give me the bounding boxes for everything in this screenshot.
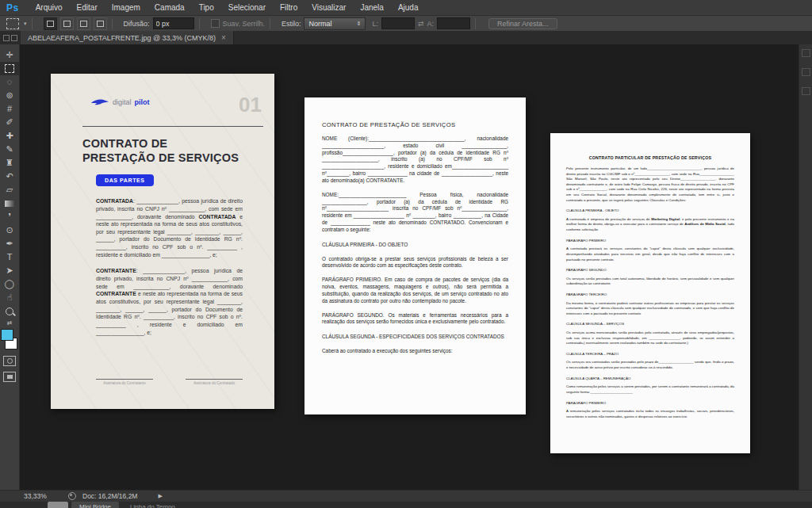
- move-tool[interactable]: ✛: [0, 48, 20, 62]
- clause-heading: CLÁUSULA SEGUNDA – SERVIÇOS: [566, 322, 734, 327]
- clause-heading: PARÁGRAFO SEGUNDO: [566, 268, 734, 273]
- path-selection-icon: ➤: [6, 266, 13, 275]
- refine-edge-button[interactable]: Refinar Aresta...: [488, 18, 557, 29]
- status-menu-arrow-icon[interactable]: ▶: [158, 493, 162, 499]
- screen-mode-button[interactable]: [3, 372, 16, 382]
- eraser-tool[interactable]: ▱: [0, 183, 20, 197]
- quick-selection-tool[interactable]: ⊚: [0, 89, 20, 102]
- signature-contratante: Assinatura do Contratante: [96, 379, 153, 385]
- add-to-selection-button[interactable]: [60, 17, 74, 30]
- history-brush-tool[interactable]: ↶: [0, 170, 20, 183]
- panel-mini-icon: [11, 35, 17, 41]
- crop-tool[interactable]: #: [0, 102, 20, 116]
- status-circle-icon: [68, 492, 76, 500]
- width-input[interactable]: [381, 17, 415, 29]
- collapsed-panel-dock[interactable]: [799, 44, 812, 490]
- eyedropper-icon: ✐: [6, 118, 13, 127]
- blur-tool[interactable]: ❜: [0, 210, 20, 223]
- rectangular-marquee-tool[interactable]: [0, 62, 20, 75]
- paragraph: Como remuneração pelos serviços a serem …: [566, 384, 734, 395]
- menu-visualizar[interactable]: Visualizar: [304, 0, 353, 15]
- close-icon[interactable]: ×: [221, 33, 226, 42]
- bottom-panel-tabs: Mini Bridge Linha do Tempo: [0, 502, 812, 508]
- swap-colors-button[interactable]: ⇄: [7, 318, 13, 327]
- menu-bar: Ps Arquivo Editar Imagem Camada Tipo Sel…: [0, 0, 812, 16]
- digitalpilot-logo: digitalpilot: [90, 97, 150, 107]
- divider: [112, 18, 113, 29]
- tool-preset-picker[interactable]: ▾: [6, 18, 27, 29]
- divider: [199, 18, 200, 29]
- chevron-down-icon: ▾: [24, 21, 27, 27]
- document-tab-title: ABELAEAFERA_POSTALFRENTE.jpg @ 33,3% (CM…: [28, 34, 216, 42]
- type-tool[interactable]: T: [0, 250, 20, 264]
- zoom-level-field[interactable]: 33,33%: [24, 492, 51, 500]
- antialias-label: Suav. Serrilh.: [223, 20, 265, 28]
- menu-selecionar[interactable]: Selecionar: [221, 0, 273, 15]
- menu-ajuda[interactable]: Ajuda: [391, 0, 426, 15]
- hand-tool[interactable]: ☝: [0, 291, 20, 304]
- ellipse-icon: ◯: [5, 280, 14, 288]
- menu-arquivo[interactable]: Arquivo: [29, 0, 70, 15]
- tab-linha-do-tempo[interactable]: Linha do Tempo: [122, 502, 183, 508]
- type-icon: T: [7, 253, 13, 262]
- style-label: Estilo:: [282, 20, 301, 28]
- antialias-checkbox[interactable]: [211, 19, 220, 28]
- height-input[interactable]: [437, 17, 470, 29]
- panel-icon[interactable]: [802, 68, 810, 76]
- menu-tipo[interactable]: Tipo: [192, 0, 221, 15]
- clause-heading: PARÁGRAFO TERCEIRO: [566, 292, 734, 298]
- das-partes-badge: DAS PARTES: [96, 174, 154, 186]
- panel-icon[interactable]: [802, 49, 810, 57]
- arrange-documents-icons[interactable]: [0, 31, 21, 44]
- panel-icon[interactable]: [802, 87, 810, 95]
- dodge-tool[interactable]: ⊙: [0, 223, 20, 237]
- lasso-tool[interactable]: ◌: [0, 75, 20, 89]
- menu-imagem[interactable]: Imagem: [105, 0, 147, 15]
- clause-heading: PARÁGRAFO PRIMEIRO: [566, 239, 734, 244]
- link-dimensions-icon[interactable]: ⇄: [418, 20, 424, 28]
- brush-icon: ✎: [6, 145, 13, 154]
- divider: [475, 18, 476, 29]
- quick-mask-icon: [7, 358, 13, 364]
- tools-panel: ✛ ◌ ⊚ # ✐ ✚ ✎ ♜ ↶ ▱ ❜ ⊙ ✒ T ➤ ◯ ☝ ⇄: [0, 44, 20, 490]
- swap-colors-icon: ⇄: [7, 319, 13, 327]
- pen-tool[interactable]: ✒: [0, 237, 20, 250]
- lasso-icon: ◌: [7, 78, 13, 86]
- menu-filtro[interactable]: Filtro: [273, 0, 304, 15]
- color-swatches: [1, 329, 18, 349]
- path-selection-tool[interactable]: ➤: [0, 264, 20, 277]
- clone-stamp-tool[interactable]: ♜: [0, 156, 20, 170]
- intersect-selection-button[interactable]: [94, 17, 107, 30]
- menu-camada[interactable]: Camada: [147, 0, 192, 15]
- zoom-tool[interactable]: [0, 304, 20, 318]
- document-size-info: Doc: 16,2M/16,2M: [82, 492, 137, 500]
- menu-janela[interactable]: Janela: [353, 0, 390, 15]
- subtract-selection-icon: [80, 21, 87, 27]
- mini-bridge-launch-button[interactable]: [48, 502, 68, 508]
- healing-brush-tool[interactable]: ✚: [0, 129, 20, 143]
- page-number: 01: [239, 94, 262, 115]
- new-selection-icon: [47, 21, 54, 27]
- style-select[interactable]: Normal ⇕: [304, 17, 366, 30]
- paragraph: Caberá ao contratado a execução dos segu…: [322, 348, 508, 355]
- tab-mini-bridge[interactable]: Mini Bridge: [71, 502, 119, 508]
- plane-icon: [90, 97, 109, 107]
- pen-icon: ✒: [6, 239, 13, 248]
- paragraph: Os serviços acima mencionados serão pres…: [566, 330, 734, 346]
- brush-tool[interactable]: ✎: [0, 143, 20, 156]
- eyedropper-tool[interactable]: ✐: [0, 116, 20, 129]
- new-selection-button[interactable]: [44, 17, 57, 30]
- quick-mask-button[interactable]: [3, 356, 16, 366]
- paragraph: PARÁGRAFO SEGUNDO. Os materiais e ferram…: [322, 312, 508, 327]
- paragraph: PARÁGRAFO PRIMEIRO. Em caso de compra de…: [322, 277, 508, 304]
- foreground-color-swatch[interactable]: [1, 329, 13, 341]
- subtract-selection-button[interactable]: [77, 17, 90, 30]
- feather-input[interactable]: [153, 17, 194, 29]
- contratada-paragraph: CONTRATADA: ______________, pessoa juríd…: [96, 197, 243, 258]
- canvas-area[interactable]: digitalpilot 01 CONTRATO DE PRESTAÇÃO DE…: [20, 44, 799, 490]
- gradient-tool[interactable]: [0, 197, 20, 210]
- clause-heading: CLÁUSULA TERCEIRA – PRAZO: [566, 352, 734, 357]
- document-tab[interactable]: ABELAEAFERA_POSTALFRENTE.jpg @ 33,3% (CM…: [21, 31, 234, 44]
- menu-editar[interactable]: Editar: [70, 0, 105, 15]
- ellipse-shape-tool[interactable]: ◯: [0, 277, 20, 291]
